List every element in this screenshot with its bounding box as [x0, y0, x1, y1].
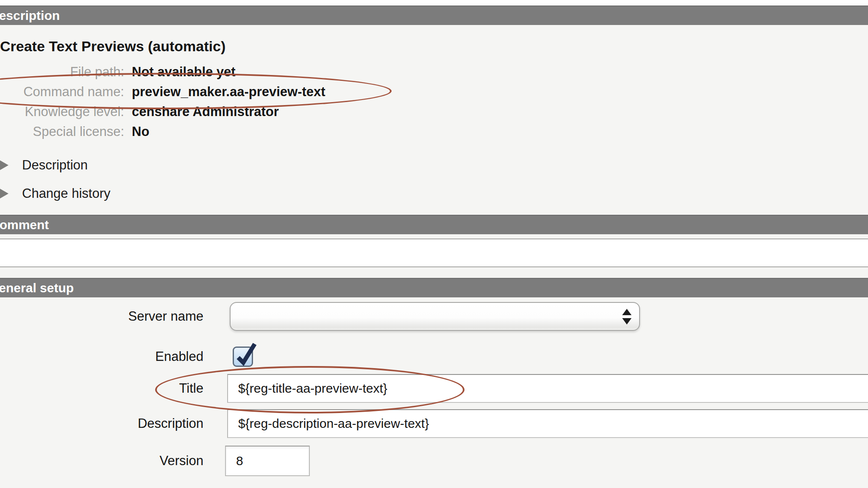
server-name-select[interactable] — [230, 302, 640, 331]
disclosure-triangle-icon — [0, 159, 8, 172]
top-strip — [0, 0, 868, 6]
file-path-value: Not available yet — [132, 62, 236, 82]
description-input[interactable] — [227, 409, 868, 438]
disclosure-change-history[interactable]: Change history — [0, 183, 868, 204]
file-path-label: File path: — [0, 62, 124, 82]
section-header-general-setup: General setup — [0, 278, 868, 297]
version-input[interactable] — [225, 446, 310, 476]
info-row-command-name: Command name: preview_maker.aa-preview-t… — [0, 82, 868, 102]
section-header-comment-label: Comment — [0, 218, 49, 232]
section-header-general-setup-label: General setup — [0, 281, 74, 295]
admin-detail-pane: Description Create Text Previews (automa… — [0, 0, 868, 488]
description-label: Description — [0, 409, 203, 438]
disclosure-description-label: Description — [22, 155, 88, 175]
form-row-description: Description — [0, 409, 868, 438]
enabled-checkbox[interactable] — [233, 347, 253, 367]
form-row-version: Version — [0, 446, 868, 476]
command-name-label: Command name: — [0, 82, 124, 102]
knowledge-level-label: Knowledge level: — [0, 102, 124, 122]
info-row-knowledge-level: Knowledge level: censhare Administrator — [0, 102, 868, 122]
arrow-up-icon — [622, 309, 632, 315]
stepper-arrows-icon — [622, 303, 632, 330]
enabled-label: Enabled — [0, 347, 203, 367]
knowledge-level-value: censhare Administrator — [132, 102, 279, 122]
server-name-label: Server name — [0, 302, 203, 331]
title-label: Title — [0, 374, 203, 403]
form-row-title: Title — [0, 374, 868, 403]
form-row-enabled: Enabled — [0, 347, 868, 367]
section-header-description: Description — [0, 6, 868, 25]
special-license-value: No — [132, 122, 149, 141]
arrow-down-icon — [622, 318, 632, 324]
special-license-label: Special license: — [0, 122, 124, 141]
section-header-description-label: Description — [0, 8, 60, 23]
disclosure-description[interactable]: Description — [0, 155, 868, 175]
disclosure-change-history-label: Change history — [22, 183, 111, 204]
checkmark-icon — [234, 341, 258, 367]
info-row-special-license: Special license: No — [0, 122, 868, 141]
item-title: Create Text Previews (automatic) — [0, 38, 225, 55]
section-header-comment: Comment — [0, 215, 868, 234]
info-row-file-path: File path: Not available yet — [0, 62, 868, 82]
disclosure-triangle-icon — [0, 187, 8, 200]
form-row-server-name: Server name — [0, 302, 868, 331]
title-input[interactable] — [227, 374, 868, 403]
command-name-value: preview_maker.aa-preview-text — [132, 82, 326, 102]
version-label: Version — [0, 446, 203, 476]
comment-textarea[interactable] — [0, 238, 868, 267]
